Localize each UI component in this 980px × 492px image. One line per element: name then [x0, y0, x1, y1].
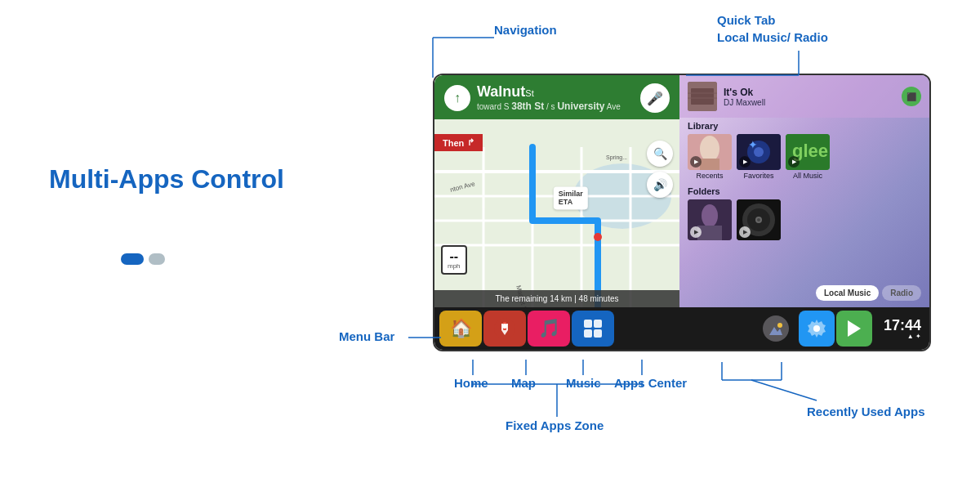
folder-play-1: ▶ — [690, 226, 702, 238]
svg-text:Spring...: Spring... — [606, 154, 627, 161]
recents-thumb: ▶ — [688, 134, 732, 170]
speed-value: -- — [448, 250, 461, 263]
svg-line-62 — [751, 380, 817, 400]
music-annotation: Music — [566, 376, 601, 390]
local-music-tab[interactable]: Local Music — [816, 285, 879, 301]
all-music-item[interactable]: glee ▶ All Music — [786, 134, 830, 180]
track-info: It's Ok DJ Maxwell — [724, 87, 895, 107]
map-button[interactable] — [483, 311, 526, 347]
svg-point-28 — [702, 204, 718, 227]
track-name: It's Ok — [724, 87, 895, 98]
all-music-play: ▶ — [788, 156, 800, 168]
svg-rect-41 — [594, 329, 602, 338]
navigation-annotation: Navigation — [494, 23, 557, 37]
screen-content: nton Ave Market St Spring... ↑ WalnutSt … — [434, 75, 929, 307]
music-tab-row: Local Music Radio — [816, 285, 921, 301]
music-button[interactable]: 🎵 — [528, 311, 570, 347]
svg-point-42 — [763, 315, 789, 342]
speed-indicator: -- mph — [441, 245, 467, 275]
play-store-button[interactable] — [836, 311, 872, 347]
fixed-apps-zone-annotation: Fixed Apps Zone — [506, 418, 604, 432]
recents-play: ▶ — [690, 156, 702, 168]
svg-point-34 — [757, 218, 760, 221]
music-panel: It's Ok DJ Maxwell ⬛ Library ▶ — [679, 75, 929, 307]
svg-rect-15 — [691, 88, 714, 105]
svg-rect-20 — [700, 159, 719, 170]
clock-area: 17:44 ▲ ✦ — [877, 318, 921, 340]
menu-bar: 🏠 🎵 — [434, 307, 929, 350]
favorites-thumb: ✦ ▶ — [737, 134, 781, 170]
nav-bottom-bar: The remaining 14 km | 48 minutes — [434, 290, 679, 307]
home-button[interactable]: 🏠 — [439, 311, 482, 347]
svg-rect-39 — [594, 320, 602, 328]
svg-marker-45 — [848, 320, 861, 337]
home-annotation: Home — [454, 376, 488, 390]
photos-button[interactable] — [755, 311, 797, 347]
album-thumbnail — [688, 82, 717, 111]
all-music-thumb: glee ▶ — [786, 134, 830, 170]
nav-remaining: The remaining 14 km | 48 minutes — [495, 294, 618, 303]
artist-name: DJ Maxwell — [724, 98, 895, 107]
apps-center-button[interactable] — [572, 311, 614, 347]
folder-portrait[interactable]: ▶ — [688, 199, 732, 240]
recents-label: Recents — [696, 172, 723, 180]
nav-top-bar: ↑ WalnutSt toward S 38th St / s Universi… — [434, 75, 679, 119]
search-btn[interactable]: 🔍 — [647, 141, 673, 167]
map-controls: 🔍 🔊 — [647, 141, 673, 198]
svg-rect-40 — [584, 329, 592, 338]
street-name: WalnutSt — [477, 84, 634, 99]
nav-toward: toward S 38th St / s University Ave — [477, 101, 634, 112]
favorites-play: ▶ — [739, 156, 751, 168]
folder-play-2: ▶ — [739, 226, 751, 238]
speed-unit: mph — [448, 263, 461, 270]
map-annotation: Map — [511, 376, 536, 390]
svg-point-37 — [502, 324, 507, 329]
folders-label: Folders — [679, 183, 929, 198]
menu-bar-annotation: Menu Bar — [339, 329, 394, 343]
favorites-item[interactable]: ✦ ▶ Favorites — [737, 134, 781, 180]
favorites-label: Favorites — [743, 172, 773, 180]
svg-point-43 — [777, 323, 782, 328]
svg-point-19 — [700, 136, 719, 162]
svg-text:✦: ✦ — [748, 138, 758, 151]
apps-center-annotation: Apps Center — [614, 376, 687, 390]
folders-row: ▶ ▶ — [679, 198, 929, 244]
dot-2 — [149, 253, 165, 265]
recently-used-annotation: Recently Used Apps — [807, 405, 925, 418]
volume-btn[interactable]: 🔊 — [647, 172, 673, 198]
eta-badge: SimilarETA — [554, 186, 588, 209]
mic-button[interactable]: 🎤 — [640, 83, 670, 113]
settings-button[interactable] — [799, 311, 835, 347]
dot-1 — [121, 253, 144, 265]
folder-disc[interactable]: ▶ — [737, 199, 781, 240]
library-label: Library — [679, 118, 929, 132]
clock: 17:44 — [884, 318, 921, 333]
radio-tab[interactable]: Radio — [882, 285, 921, 301]
main-title: Multi-Apps Control — [49, 163, 284, 195]
status-icons: ▲ ✦ — [907, 333, 921, 340]
nav-street-info: WalnutSt toward S 38th St / s University… — [470, 84, 640, 112]
svg-rect-38 — [584, 320, 592, 328]
next-turn-bar: Then ↱ — [434, 134, 483, 151]
car-screen: nton Ave Market St Spring... ↑ WalnutSt … — [433, 74, 931, 351]
stop-button[interactable]: ⬛ — [902, 87, 921, 106]
svg-point-12 — [594, 233, 602, 241]
library-row: ▶ Recents ✦ ▶ Favorites — [679, 132, 929, 183]
music-top-bar: It's Ok DJ Maxwell ⬛ — [679, 75, 929, 118]
dots-indicator — [121, 253, 165, 265]
navigation-panel: nton Ave Market St Spring... ↑ WalnutSt … — [434, 75, 679, 307]
recents-item[interactable]: ▶ Recents — [688, 134, 732, 180]
all-music-label: All Music — [793, 172, 822, 180]
quick-tab-annotation: Quick Tab Local Music/ Radio — [717, 11, 828, 46]
direction-icon: ↑ — [444, 85, 470, 111]
